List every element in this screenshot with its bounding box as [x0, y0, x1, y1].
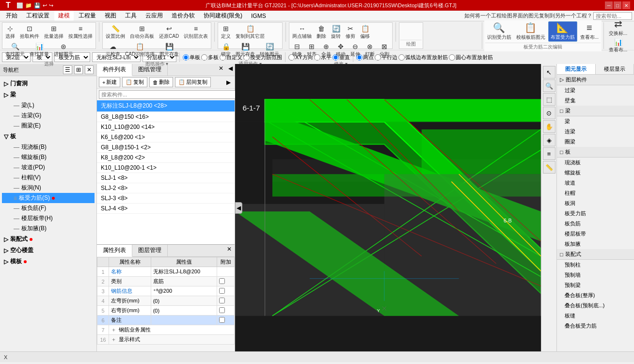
nav-item-beam-l[interactable]: — 梁(L) — [2, 100, 95, 111]
move-btn[interactable]: ✥ 移动 — [334, 42, 348, 59]
right-item-neg-rebar2[interactable]: 板负筋 — [557, 219, 634, 229]
nav-section-template[interactable]: ▷ 模板 — [2, 256, 95, 267]
prop-value-3[interactable]: ⁺⁸@200 — [151, 286, 217, 296]
right-item-link-beam[interactable]: 连梁 — [557, 127, 634, 137]
right-item-ramp2[interactable]: 坡道 — [557, 178, 634, 188]
radio-center[interactable]: 圆心布置放射筋 — [449, 54, 493, 61]
comp-item-7[interactable]: SLJ-1 <8> — [97, 173, 235, 183]
find-calc-btn[interactable]: 📊 查找算量 — [28, 42, 51, 59]
rotate-btn[interactable]: 🔄 旋转 — [329, 24, 343, 41]
title-icon-new[interactable]: ⬜ — [16, 2, 23, 9]
comp-panel-toggle-btn[interactable]: ▶ — [224, 78, 233, 87]
right-section-prefab2[interactable]: □ 装配式 — [557, 249, 634, 260]
rt-pan-btn[interactable]: ✋ — [543, 120, 555, 133]
menu-item-tools[interactable]: 工具 — [121, 11, 141, 21]
lock-btn[interactable]: 🔒 锁定 — [219, 42, 233, 59]
recog-rebar-btn[interactable]: 🔍 识别受力筋 — [485, 21, 513, 42]
comp-item-1[interactable]: G8_L8@150 <16> — [97, 112, 235, 122]
right-item-niche[interactable]: 壁龛 — [557, 95, 634, 106]
nav-item-slab-hole[interactable]: — 板洞(N) — [2, 183, 95, 193]
menu-item-igms[interactable]: IGMS — [247, 12, 270, 20]
prop-check-5[interactable] — [217, 306, 235, 316]
check-slab-btn[interactable]: 📋 校核板筋图元 — [514, 21, 547, 42]
nav-item-floor-band[interactable]: — 楼层板带(H) — [2, 213, 95, 223]
copy-comp-btn[interactable]: 📋 复制 — [122, 77, 147, 87]
comp-item-0[interactable]: 无标注SLJ-L8@200 <28> — [97, 100, 235, 112]
pick-element-btn[interactable]: ⊡ 拾取构件 — [18, 24, 41, 41]
menu-item-price[interactable]: 造价办软 — [168, 11, 199, 21]
menu-item-cloud[interactable]: 云应用 — [142, 11, 167, 21]
menu-item-start[interactable]: 开始 — [2, 11, 21, 21]
merge-btn[interactable]: ⊕ 合并 — [319, 42, 333, 59]
title-icon-save[interactable]: 💾 — [34, 2, 41, 9]
right-section-slab2[interactable]: □ 板 — [557, 147, 634, 158]
view-report-btn[interactable]: 📊 查看布... — [606, 37, 630, 54]
nav-item-slab-rebar[interactable]: ≡ 板受力筋(S) — [2, 193, 95, 203]
right-tab-floor[interactable]: 楼层显示 — [596, 64, 634, 74]
prop-check-3[interactable] — [217, 286, 235, 296]
right-item-slab-hole2[interactable]: 板洞 — [557, 198, 634, 208]
menu-item-view[interactable]: 视图 — [101, 11, 120, 21]
comp-item-9[interactable]: SLJ-3 <8> — [97, 193, 235, 204]
prop-value-5[interactable]: (0) — [151, 306, 217, 316]
right-section-layer[interactable]: ▷ 图层构件 — [557, 75, 634, 85]
align-btn[interactable]: ⊞ 对齐 — [305, 42, 318, 59]
find-element-btn[interactable]: 🔍 查找图元 — [3, 42, 27, 59]
menu-item-model[interactable]: 建模 — [54, 11, 74, 21]
two-point-btn[interactable]: ↔ 两点辅轴 — [290, 24, 314, 41]
nav-section-hollow[interactable]: ▷ 空心楼盖 — [2, 245, 95, 256]
comp-item-6[interactable]: K10_L10@200-1 <1> — [97, 163, 235, 173]
nav-item-cast-slab[interactable]: — 现浇板(B) — [2, 142, 95, 152]
comp-item-5[interactable]: K8_L8@200 <2> — [97, 153, 235, 163]
prop-check-6[interactable] — [217, 316, 235, 325]
nav-item-ramp[interactable]: — 坡道(PD) — [2, 162, 95, 173]
select-btn[interactable]: ⊹ 选择 — [3, 24, 17, 41]
prop-expand-rebar[interactable]: ＋ 钢筋业务属性 — [109, 325, 235, 335]
prop-value-6[interactable] — [151, 316, 217, 325]
right-item-prefab-col[interactable]: 预制柱 — [557, 260, 634, 270]
rt-cursor-btn[interactable]: ↖ — [543, 66, 555, 79]
rt-measure-btn[interactable]: 📏 — [543, 161, 555, 174]
nav-section-beam[interactable]: ▷ 梁 — [2, 89, 95, 100]
place-rebar-btn[interactable]: 📐 布置受力筋 — [548, 21, 577, 42]
minimize-btn[interactable]: ─ — [605, 1, 613, 9]
comp-item-2[interactable]: K10_L10@200 <14> — [97, 122, 235, 132]
batch-select-btn[interactable]: ⊞ 批量选择 — [42, 24, 65, 41]
mirror-btn[interactable]: ⊟ 镜像 — [290, 42, 304, 59]
split-btn[interactable]: ⊠ 分割 — [378, 42, 391, 59]
comp-item-3[interactable]: K6_L6@200 <1> — [97, 132, 235, 142]
cad-recog-btn[interactable]: 📋 CAD识别选项 — [123, 42, 157, 59]
title-icon-open[interactable]: 📁 — [25, 2, 32, 9]
new-comp-btn[interactable]: + 新建 — [99, 77, 120, 87]
exchange-btn[interactable]: ⇄ 交换标... — [606, 17, 630, 37]
right-item-composite-rebar[interactable]: 叠合板受力筋 — [557, 321, 634, 331]
define-btn[interactable]: ⊞ 定义 — [219, 24, 233, 41]
prop-value-2[interactable]: 底筋 — [151, 277, 217, 286]
tab-layer-mgmt[interactable]: 图层管理 — [132, 245, 168, 256]
menu-item-quantity[interactable]: 工程量 — [75, 11, 100, 21]
right-item-composite-slab[interactable]: 叠合板(整厚) — [557, 290, 634, 301]
menu-item-collab[interactable]: 协同建模(限免) — [200, 11, 246, 21]
break-btn[interactable]: ⊗ 打断 — [363, 42, 377, 59]
nav-item-beam-g[interactable]: — 连梁(G) — [2, 111, 95, 121]
right-item-lintel[interactable]: 过梁 — [557, 85, 634, 95]
close-btn[interactable]: ✕ — [622, 1, 630, 9]
right-item-slab-seam[interactable]: 板缝 — [557, 311, 634, 321]
menu-item-settings[interactable]: 工程设置 — [22, 11, 53, 21]
maximize-btn[interactable]: □ — [614, 1, 621, 9]
right-item-prefab-wall[interactable]: 预制墙 — [557, 270, 634, 280]
save-element-btn[interactable]: 💾 图元存盘 — [158, 42, 181, 59]
props-panel-close-btn[interactable]: ✕ — [224, 245, 235, 256]
prop-check-2[interactable] — [217, 277, 235, 286]
auto-split-btn[interactable]: ⊞ 自动分高板 — [128, 24, 156, 41]
nav-section-prefab[interactable]: ▷ 装配式 — [2, 234, 95, 245]
delete-comp-btn[interactable]: 🗑 删除 — [149, 77, 173, 87]
panel-collapse-arrow[interactable]: ◀ — [235, 202, 242, 214]
right-item-slab-rebar2[interactable]: 板受力筋 — [557, 208, 634, 219]
comp-item-8[interactable]: SLJ-2 <8> — [97, 183, 235, 193]
recog-layer-btn[interactable]: ≡ 识别层次表 — [182, 24, 210, 41]
attr-select-btn[interactable]: ≡ 按属性选择 — [66, 24, 95, 41]
restore-cad-btn[interactable]: ↩ 还原CAD — [157, 24, 181, 41]
enter-element-btn[interactable]: ⊛ 进解图元 — [52, 42, 75, 59]
nav-item-neg-rebar[interactable]: — 板负筋(F) — [2, 203, 95, 213]
